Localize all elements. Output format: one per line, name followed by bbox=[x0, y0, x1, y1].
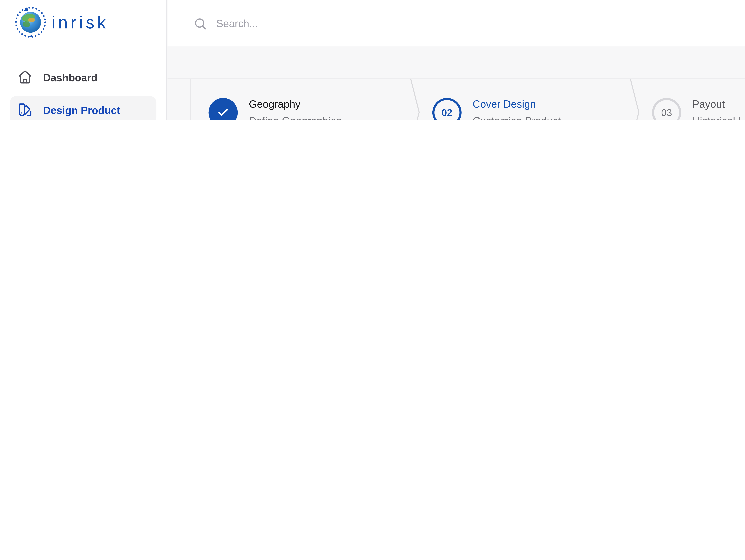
home-icon bbox=[18, 70, 33, 85]
brand-name: inrisk bbox=[52, 12, 109, 32]
search bbox=[193, 0, 444, 46]
sidebar-item-dashboard[interactable]: Dashboard bbox=[10, 63, 156, 91]
sidebar: inrisk Dashboard Design Product Live Ter… bbox=[0, 0, 167, 120]
globe-logo-icon bbox=[14, 6, 46, 38]
brand-logo[interactable]: inrisk bbox=[14, 6, 109, 38]
step-geography[interactable]: Geography Define Geographies bbox=[191, 79, 415, 120]
check-icon bbox=[216, 105, 230, 119]
stepper: Geography Define Geographies 02 Cover De… bbox=[167, 78, 745, 120]
step-number-circle: 03 bbox=[652, 98, 681, 120]
step-number: 03 bbox=[661, 107, 672, 118]
viewport: inrisk Dashboard Design Product Live Ter… bbox=[0, 0, 745, 120]
topbar: InRisk Labs bbox=[167, 0, 745, 47]
step-number: 02 bbox=[442, 107, 452, 118]
step-title: Cover Design bbox=[473, 98, 561, 110]
step-number-circle: 02 bbox=[432, 98, 462, 120]
swatch-book-icon bbox=[18, 102, 33, 118]
step-title: Payout bbox=[692, 98, 745, 110]
step-check-circle bbox=[208, 98, 238, 120]
sidebar-item-label: Design Product bbox=[43, 104, 120, 116]
sidebar-nav: Dashboard Design Product Live Termsheets… bbox=[0, 63, 166, 120]
search-input[interactable] bbox=[215, 17, 444, 30]
step-subtitle: Historical Losses bbox=[692, 115, 745, 120]
step-cover-design[interactable]: 02 Cover Design Customise Product bbox=[415, 79, 635, 120]
step-subtitle: Customise Product bbox=[473, 115, 561, 120]
sidebar-item-label: Dashboard bbox=[43, 71, 98, 83]
step-title: Geography bbox=[249, 98, 342, 110]
step-subtitle: Define Geographies bbox=[249, 115, 342, 120]
search-icon bbox=[193, 17, 207, 30]
main-content: Geography Define Geographies 02 Cover De… bbox=[167, 48, 745, 120]
stepper-spacer bbox=[167, 79, 191, 120]
sidebar-item-design-product[interactable]: Design Product bbox=[10, 96, 156, 120]
app-screen: inrisk Dashboard Design Product Live Ter… bbox=[0, 0, 745, 120]
step-payout[interactable]: 03 Payout Historical Losses bbox=[635, 79, 745, 120]
